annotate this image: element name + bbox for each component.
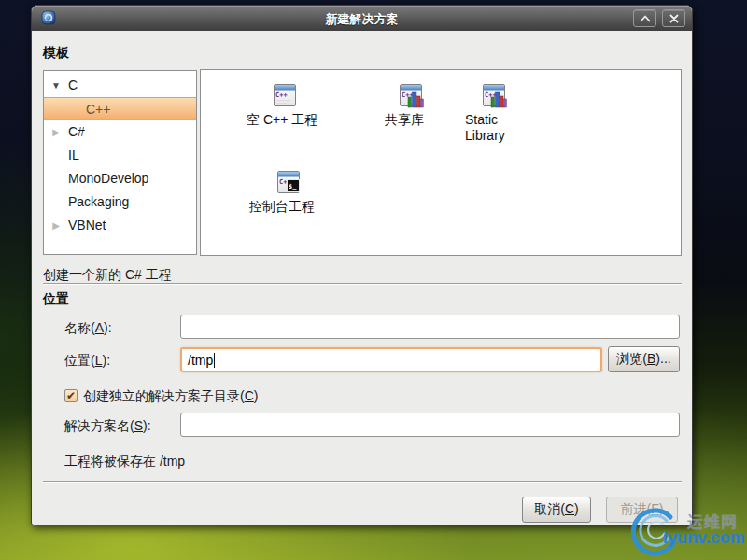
tree-item-monodevelop[interactable]: MonoDevelop (44, 167, 196, 190)
template-item-console-project[interactable]: C++ $_ 控制台工程 (249, 168, 328, 215)
templates-section-label: 模板 (43, 45, 69, 62)
cpp-shared-library-icon: C++ (397, 81, 425, 109)
separator (43, 481, 682, 483)
template-item-static-library[interactable]: C++ Static Library (465, 81, 523, 144)
tree-item-packaging[interactable]: Packaging (44, 190, 196, 214)
tree-item-cpp-selected[interactable]: C++ (44, 97, 196, 120)
cpp-empty-project-icon: C++ (271, 81, 299, 109)
cpp-static-library-icon: C++ (480, 81, 508, 109)
expander-right-icon[interactable]: ▶ (49, 120, 63, 144)
tree-item-vbnet[interactable]: ▶ VBNet (44, 214, 196, 237)
expander-down-icon[interactable]: ▼ (49, 74, 63, 97)
svg-text:$_: $_ (289, 183, 297, 190)
save-location-note: 工程将被保存在 /tmp (64, 454, 185, 470)
check-icon: ✔ (66, 390, 76, 401)
close-icon (669, 14, 679, 23)
expander-right-icon[interactable]: ▶ (49, 214, 63, 237)
svg-text:C++: C++ (485, 91, 497, 99)
tree-item-c[interactable]: ▼ C (44, 74, 196, 97)
forward-button[interactable]: 前进(F) (606, 497, 678, 523)
template-item-empty-cpp-project[interactable]: C++ 空 C++ 工程 (247, 81, 323, 128)
solution-name-label: 解决方案名(S): (64, 418, 151, 435)
shade-button[interactable] (633, 9, 656, 27)
cpp-console-project-icon: C++ $_ (275, 168, 303, 196)
svg-text:C++: C++ (402, 91, 414, 99)
name-input[interactable] (180, 315, 680, 339)
path-input[interactable]: /tmp (180, 347, 602, 372)
watermark-site-name: 运维网 (687, 511, 738, 533)
template-item-shared-library[interactable]: C++ 共享库 (385, 81, 437, 128)
create-subdirectory-label[interactable]: 创建独立的解决方案子目录(C) (83, 388, 258, 405)
window-title: 新建解决方案 (32, 11, 692, 28)
path-label: 位置(L): (64, 353, 110, 370)
titlebar[interactable]: 新建解决方案 (32, 6, 692, 31)
new-solution-dialog: 新建解决方案 模板 ▼ C (31, 5, 693, 525)
desktop: 新建解决方案 模板 ▼ C (0, 0, 747, 560)
watermark-site-url: iyunv.com (663, 528, 745, 548)
template-list: C++ 空 C++ 工程 C++ 共享库 (200, 69, 682, 256)
name-label: 名称(A): (64, 320, 112, 337)
chevron-up-icon (640, 15, 651, 22)
cancel-button[interactable]: 取消(C) (522, 497, 591, 523)
location-section-label: 位置 (43, 291, 69, 308)
template-description: 创建一个新的 C# 工程 (43, 267, 172, 284)
tree-item-il[interactable]: IL (44, 144, 196, 167)
text-caret (214, 353, 215, 368)
close-button[interactable] (662, 9, 685, 27)
solution-name-input[interactable] (180, 413, 680, 437)
separator (43, 283, 682, 285)
tree-item-csharp[interactable]: ▶ C# (44, 120, 196, 144)
create-subdirectory-checkbox[interactable]: ✔ (64, 389, 78, 402)
svg-text:C++: C++ (275, 91, 288, 99)
browse-button[interactable]: 浏览(B)... (608, 346, 680, 372)
template-category-tree: ▼ C C++ ▶ C# IL MonoDevelop Packaging ▶ … (43, 70, 197, 255)
